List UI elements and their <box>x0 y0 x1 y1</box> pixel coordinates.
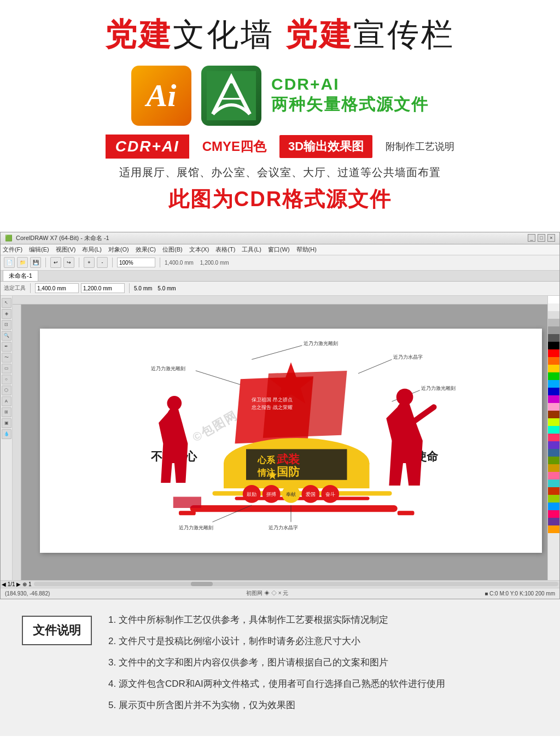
svg-rect-17 <box>190 505 398 511</box>
tb-save[interactable]: 💾 <box>30 257 41 268</box>
tool-crop[interactable]: ⊡ <box>2 320 11 330</box>
tool-node[interactable]: ◈ <box>2 309 11 319</box>
badge-note: 附制作工艺说明 <box>386 140 454 153</box>
tool-table[interactable]: ⊞ <box>2 407 11 417</box>
close-button[interactable]: × <box>547 234 555 242</box>
desc-line1: CDR+AI <box>271 75 340 94</box>
tb-zoom-in[interactable]: + <box>84 257 95 268</box>
menu-help[interactable]: 帮助(H) <box>296 246 317 254</box>
menu-file[interactable]: 文件(F) <box>3 246 22 254</box>
svg-text:奋斗: 奋斗 <box>325 492 335 497</box>
zoom-input[interactable] <box>117 258 155 267</box>
tb-redo[interactable]: ↪ <box>63 257 74 268</box>
window-controls[interactable]: _ □ × <box>528 234 555 242</box>
tool-eyedrop[interactable]: 💧 <box>2 429 11 439</box>
menu-layout[interactable]: 布局(L) <box>82 246 101 254</box>
swatch-purple[interactable] <box>548 395 559 403</box>
applicable-text: 适用展厅、展馆、办公室、会议室、大厅、过道等公共墙面布置 <box>11 165 549 180</box>
swatch-brown[interactable] <box>548 411 559 418</box>
swatch-darkblue[interactable] <box>548 388 559 395</box>
scroll-thumb[interactable] <box>191 582 213 586</box>
swatch-teal[interactable] <box>548 480 559 487</box>
tool-pen[interactable]: ✒ <box>2 342 11 352</box>
svg-text:奉献: 奉献 <box>286 492 296 497</box>
menu-bitmap[interactable]: 位图(B) <box>162 246 183 254</box>
svg-point-29 <box>167 396 182 411</box>
menu-view[interactable]: 视图(V) <box>56 246 76 254</box>
menu-effect[interactable]: 效果(C) <box>136 246 156 254</box>
note-item-3: 3. 文件中的文字和图片内容仅供参考，图片请根据自己的文案和图片 <box>108 655 538 670</box>
tb-undo[interactable]: ↩ <box>50 257 61 268</box>
svg-text:拼搏: 拼搏 <box>266 492 276 497</box>
swatch-gray[interactable] <box>548 311 559 319</box>
prop-unit2: 5.0 mm <box>158 285 176 291</box>
scroll-track[interactable] <box>34 582 558 586</box>
menu-tools[interactable]: 工具(L) <box>242 246 261 254</box>
height-input[interactable] <box>81 283 125 293</box>
scrollbar-horizontal[interactable]: ◀ 1/1 ▶ ⊕ 1 <box>1 580 559 588</box>
svg-text:忠之报告 战之荣耀: 忠之报告 战之荣耀 <box>251 404 292 410</box>
menu-object[interactable]: 对象(O) <box>108 246 129 254</box>
swatch-pink[interactable] <box>548 403 559 411</box>
tab-document[interactable]: 未命名-1 <box>3 270 38 281</box>
tb-size-label: 1,400.0 mm <box>165 260 194 266</box>
menu-text[interactable]: 文本(X) <box>189 246 209 254</box>
tool-polygon[interactable]: ⬡ <box>2 385 11 395</box>
swatch-yellow[interactable] <box>548 365 559 372</box>
tool-fill[interactable]: ▣ <box>2 418 11 428</box>
tool-bezier[interactable]: 〜 <box>2 353 11 363</box>
swatch-gold[interactable] <box>548 464 559 472</box>
menu-window[interactable]: 窗口(W) <box>268 246 290 254</box>
tool-select[interactable]: ↖ <box>2 298 11 308</box>
swatch-black[interactable] <box>548 342 559 349</box>
prop-sep1 <box>30 283 31 293</box>
tb-sep3 <box>112 258 113 267</box>
svg-text:保卫祖国 昂之骄点: 保卫祖国 昂之骄点 <box>252 397 292 402</box>
width-input[interactable] <box>35 283 79 293</box>
maximize-button[interactable]: □ <box>538 234 545 242</box>
tool-text[interactable]: A <box>2 396 11 406</box>
menu-edit[interactable]: 编辑(E) <box>29 246 49 254</box>
swatch-magenta[interactable] <box>548 510 559 518</box>
swatch-midgray[interactable] <box>548 319 559 326</box>
swatch-rose[interactable] <box>548 472 559 480</box>
swatch-red[interactable] <box>548 349 559 357</box>
menu-table[interactable]: 表格(T) <box>215 246 235 254</box>
swatch-steel[interactable] <box>548 449 559 457</box>
tb-open[interactable]: 📁 <box>17 257 28 268</box>
ai-icon-label: Ai <box>147 77 177 114</box>
swatch-gray2[interactable] <box>548 326 559 334</box>
swatch-orange[interactable] <box>548 357 559 365</box>
header-section: 党建文化墙 党建宣传栏 Ai CDR+AI 两种矢量格式源文件 CDR+AI C… <box>0 0 560 232</box>
badges-row: CDR+AI CMYE四色 3D输出效果图 附制作工艺说明 <box>11 135 549 159</box>
tool-ellipse[interactable]: ○ <box>2 375 11 384</box>
swatch-violet[interactable] <box>548 441 559 449</box>
swatch-lightgray[interactable] <box>548 303 559 311</box>
swatch-darkgray[interactable] <box>548 334 559 342</box>
swatch-sky[interactable] <box>548 503 559 510</box>
tb-new[interactable]: 📄 <box>4 257 15 268</box>
swatch-yellow-green[interactable] <box>548 495 559 503</box>
tb-sep2 <box>79 258 79 267</box>
minimize-button[interactable]: _ <box>528 234 535 242</box>
swatch-grape[interactable] <box>548 518 559 525</box>
tool-rect[interactable]: ▭ <box>2 364 11 373</box>
swatch-olive[interactable] <box>548 457 559 464</box>
swatch-coral[interactable] <box>548 434 559 441</box>
swatch-green[interactable] <box>548 372 559 380</box>
notes-label: 文件说明 <box>22 616 92 645</box>
swatch-amber[interactable] <box>548 525 559 533</box>
toolbar-property: 选定工具 5.0 mm 5.0 mm <box>1 282 559 296</box>
swatch-blue[interactable] <box>548 380 559 388</box>
toolbar-main: 📄 📁 💾 ↩ ↪ + - 1,400.0 mm 1,200.0 mm <box>1 255 559 271</box>
swatch-cyan[interactable] <box>548 426 559 434</box>
tool-zoom[interactable]: 🔍 <box>2 331 11 341</box>
icons-label: CDR+AI 两种矢量格式源文件 <box>271 75 429 116</box>
svg-rect-18 <box>179 511 196 515</box>
ruler-horizontal <box>13 296 547 305</box>
svg-rect-19 <box>398 511 415 515</box>
tb-zoom-out[interactable]: - <box>97 257 108 268</box>
swatch-white[interactable] <box>548 296 559 303</box>
swatch-lime[interactable] <box>548 418 559 426</box>
swatch-brick[interactable] <box>548 487 559 495</box>
